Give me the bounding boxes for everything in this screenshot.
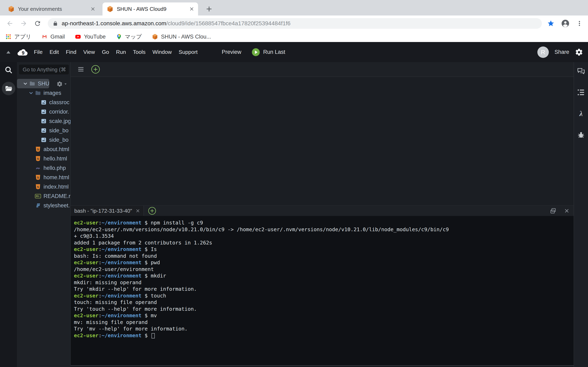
search-icon[interactable] [4,66,13,75]
terminal-text: $ npm install -g c9 [141,220,203,226]
tree-item-readme-r[interactable]: README.r [17,192,70,201]
terminal-text: : [98,259,102,266]
markdown-icon [35,193,41,200]
tree-item-stylesheet-[interactable]: stylesheet. [17,201,70,210]
close-icon[interactable] [189,6,194,12]
tree-item-corridor-[interactable]: corridor. [17,107,70,117]
add-terminal-icon[interactable] [148,207,156,215]
tree-item-images[interactable]: images [17,88,70,98]
tree-item-classroc[interactable]: classroc [17,98,70,107]
menu-dots-icon[interactable] [576,20,583,27]
tree-item-hello-html[interactable]: 5hello.html [17,154,70,163]
new-tab-button[interactable] [205,4,214,13]
terminal-text: mkdir: missing operand [74,280,141,285]
terminal-line: added 1 package from 2 contributors in 1… [74,240,574,246]
run-last-button[interactable]: Run Last [251,42,285,62]
bookmark-item[interactable]: アプリ [5,33,31,40]
bookmark-item[interactable]: YouTube [75,34,105,40]
cloud9-logo-icon[interactable]: 9 [17,48,28,57]
terminal-line: /home/ec2-user/.nvm/versions/node/v10.21… [74,226,574,233]
svg-text:5: 5 [37,157,39,160]
debugger-icon [577,131,585,139]
url-bar[interactable]: ap-northeast-1.console.aws.amazon.com/cl… [48,18,542,29]
menu-run[interactable]: Run [116,49,126,55]
settings-gear-icon[interactable] [575,48,583,56]
terminal-output[interactable]: ec2-user:~/environment $ npm install -g … [71,216,574,339]
menu-edit[interactable]: Edit [50,49,59,55]
menubar-right: R Share [537,42,583,62]
maximize-panel-icon[interactable] [550,207,557,214]
tree-item-side-bo[interactable]: side_bo [17,135,70,145]
bookmark-item[interactable]: マップ [116,33,142,40]
terminal-text: ~/environment [102,313,141,318]
tab-list-icon[interactable] [78,67,84,72]
add-tab-icon[interactable] [91,65,100,74]
rail-collaborate-icon[interactable] [577,67,586,76]
file-tree-panel: Go to Anything (⌘ SHUNimagesclassroccorr… [17,62,70,367]
preview-button[interactable]: Preview [222,42,241,62]
rail-aws-resources-lambda-icon[interactable]: λ [577,109,586,118]
terminal-text: $ Is [141,246,157,252]
menu-file[interactable]: File [34,49,43,55]
terminal-text: : [98,293,102,299]
tree-item-shun[interactable]: SHUN [17,79,49,88]
terminal-text: $ touch [141,293,166,299]
terminal-text: ec2-user [74,333,98,338]
menu-window[interactable]: Window [153,49,172,55]
terminal-text: Try 'touch --help' for more information. [74,306,197,312]
menu-tools[interactable]: Tools [133,49,146,55]
bookmark-item[interactable]: Gmail [42,34,65,40]
close-icon[interactable] [564,208,570,214]
browser-tab-your-environments[interactable]: Your environments [4,2,99,16]
terminal-line: + c9@3.1.3534 [74,233,574,240]
close-icon[interactable] [135,208,140,213]
tab-title: Your environments [18,6,90,12]
terminal-text: : [98,313,102,318]
terminal-text: : [98,220,102,226]
reload-icon[interactable] [34,20,41,27]
goto-anything-input[interactable]: Go to Anything (⌘ [19,65,69,75]
file-tree-toggle-button[interactable] [2,82,15,95]
menu-view[interactable]: View [83,49,95,55]
tree-item-about-html[interactable]: 5about.html [17,145,70,154]
bookmark-star-icon[interactable] [547,20,554,27]
aws-favicon-icon [107,6,113,12]
menu-go[interactable]: Go [102,49,109,55]
tree-item-scale-jpg[interactable]: scale.jpg [17,117,70,126]
terminal-text: ~/environment [102,259,141,266]
collapse-menubar-icon[interactable] [6,50,11,54]
terminal-text: $ mkdir [141,273,166,279]
screen: Your environments SHUN - AWS Cloud9 ap-n… [0,0,588,367]
rail-outline-icon[interactable] [577,88,586,97]
caret-down-icon [63,82,68,86]
forward-icon[interactable] [20,20,27,27]
bookmark-item[interactable]: SHUN - AWS Clou... [152,34,211,40]
rail-debugger-icon[interactable] [577,130,586,139]
terminal-text: + c9@3.1.3534 [74,233,114,239]
editor-empty-area[interactable] [71,77,574,206]
tree-item-label: hello.html [43,156,67,162]
terminal-tab[interactable]: bash - "ip-172-31-33-40" [71,206,144,216]
back-icon[interactable] [6,20,13,27]
tree-settings[interactable] [57,81,68,87]
tree-item-side-bo[interactable]: side_bo [17,126,70,135]
bookmark-label: Gmail [51,34,65,40]
ide-menubar: 9 FileEditFindViewGoRunToolsWindowSuppor… [0,42,588,62]
tree-item-hello-php[interactable]: phphello.php [17,163,70,173]
terminal-text: ~/environment [102,333,141,338]
menu-support[interactable]: Support [179,49,198,55]
close-icon[interactable] [90,6,95,12]
menu-find[interactable]: Find [66,49,76,55]
profile-avatar-icon[interactable] [561,19,570,28]
share-button[interactable]: Share [554,49,569,55]
user-avatar[interactable]: R [537,47,549,58]
maps-icon [116,34,122,40]
terminal-text: ec2-user [74,293,98,299]
svg-text:5: 5 [37,148,39,151]
terminal-text: ec2-user [74,273,98,279]
tree-item-home-html[interactable]: 5home.html [17,173,70,182]
html5-icon: 5 [35,155,41,162]
terminal-text: mv: missing file operand [74,319,148,325]
tree-item-index-html[interactable]: 5index.html [17,182,70,192]
browser-tab-aws-cloud9[interactable]: SHUN - AWS Cloud9 [103,2,198,16]
